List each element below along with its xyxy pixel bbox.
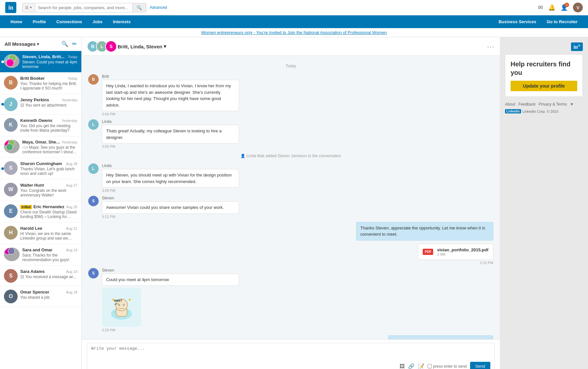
conv-avatar: O: [4, 290, 18, 303]
message-time: 3:12 PM: [102, 215, 493, 219]
nav-go-to-recruiter[interactable]: Go to Recruiter: [541, 15, 583, 28]
messages-container: Today B Britt Hey Linda, I wanted to int…: [82, 56, 500, 339]
list-item[interactable]: O Omar Spencer Aug 18 You shared a job: [0, 286, 81, 307]
top-bar-right: ✉ 🔔 👤 2 V: [538, 3, 583, 12]
chevron-down-icon: ▾: [164, 43, 166, 49]
send-button[interactable]: Send: [470, 362, 490, 369]
nav-connections[interactable]: Connections: [51, 15, 88, 28]
conv-avatar: J: [4, 97, 18, 111]
file-attachment: PDF vivian_portfolio_2015.pdf 2 MB: [418, 244, 493, 260]
list-item[interactable]: H Harold Lee Aug 21 Hi Vivian, we are in…: [0, 223, 81, 244]
conv-body: Sara Adams Aug 19 🖼 You received a messa…: [20, 269, 77, 279]
ad-title: Help recruiters find you: [511, 60, 577, 77]
image-attach-icon[interactable]: 🖼: [400, 363, 405, 369]
text-format-icon[interactable]: 📝: [418, 363, 424, 369]
file-size: 2 MB: [437, 252, 488, 256]
sender-avatar: S: [88, 268, 99, 278]
right-sidebar-logo: in®: [505, 42, 583, 51]
nav-home[interactable]: Home: [5, 15, 27, 28]
list-item[interactable]: Sara and Omar Aug 19 Sara: Thanks for th…: [0, 244, 81, 266]
advanced-link[interactable]: Advanced: [150, 5, 167, 10]
notification-badge: 2: [564, 3, 569, 7]
conv-preview: +14 Maya: See you guys at the conference…: [22, 145, 77, 154]
footer-feedback-link[interactable]: Feedback: [518, 102, 536, 107]
promo-link[interactable]: Women entrepreneurs only - You're Invite…: [201, 30, 387, 35]
message-time: 3:20 PM: [102, 328, 493, 332]
search-input[interactable]: [35, 3, 132, 12]
list-item[interactable]: E InMailEric Hernandez Aug 25 Check out …: [0, 201, 81, 223]
sidebar-title[interactable]: All Messages ▾: [5, 41, 39, 47]
update-profile-button[interactable]: Update your profile: [511, 81, 577, 91]
sender-avatar: S: [88, 196, 99, 206]
system-message: 👤 Linda Mak added Steven Jameson to the …: [88, 154, 493, 158]
conv-preview: Check out Stealth Startup (Seed funding …: [20, 210, 77, 219]
nav-profile[interactable]: Profile: [27, 15, 51, 28]
chat-header-avatars: B L S: [87, 41, 114, 52]
conv-name: Walter Hunt: [20, 183, 44, 188]
sidebar-header: All Messages ▾ 🔍 ✏: [0, 37, 81, 51]
conversation-list: Steven, Linda, Britt... Today Steven: Co…: [0, 51, 81, 369]
group-avatar: [4, 140, 20, 153]
conv-body: Omar Spencer Aug 18 You shared a job: [20, 290, 77, 300]
list-item[interactable]: S Sharon Cunningham Aug 28 Thanks Vivian…: [0, 158, 81, 179]
footer-privacy-link[interactable]: Privacy & Terms: [539, 102, 567, 107]
sender-avatar: L: [88, 163, 99, 174]
message-bubble: Could you meet at 4pm tomorrow: [102, 274, 239, 286]
conv-avatar: E: [4, 204, 18, 218]
footer-about-link[interactable]: About: [505, 102, 515, 107]
nav-interests[interactable]: Interests: [108, 15, 136, 28]
conv-name: Jenny Perkins: [20, 97, 49, 102]
nav-business-services[interactable]: Business Services: [493, 15, 541, 28]
list-item[interactable]: W Walter Hunt Aug 27 You: Congrats on th…: [0, 179, 81, 201]
inmail-badge: InMail: [20, 205, 32, 209]
own-message-file: PDF vivian_portfolio_2015.pdf 2 MB 3:15 …: [88, 244, 493, 265]
list-item[interactable]: S Sara Adams Aug 19 🖼 You received a mes…: [0, 266, 81, 286]
right-sidebar: in® Help recruiters find you Update your…: [500, 37, 588, 369]
press-enter-option: press enter to send: [428, 364, 467, 369]
conv-name: Steven, Linda, Britt...: [22, 54, 64, 59]
notifications-icon[interactable]: 🔔: [548, 4, 555, 11]
linkedin-ad-logo: in®: [571, 42, 583, 51]
conv-name: Sharon Cunningham: [20, 161, 62, 166]
conv-time: Aug 28: [66, 162, 77, 166]
svg-text:MEET: MEET: [114, 299, 122, 302]
footer-linkedin: Linkedin LinkedIn Corp. © 2015: [505, 109, 583, 113]
sticker-image: MEET UP?: [102, 288, 141, 327]
chat-avatar-3: S: [105, 41, 117, 52]
list-item[interactable]: J Jenny Perkins Yesterday 🖼 You sent an …: [0, 94, 81, 115]
sidebar: All Messages ▾ 🔍 ✏ Steven, Linda, Britt.…: [0, 37, 82, 369]
search-bar: ☰ ▼ 🔍: [22, 3, 146, 12]
link-icon[interactable]: 🔗: [408, 363, 415, 369]
group-avatar: [4, 247, 20, 261]
pdf-icon: PDF: [423, 249, 433, 255]
conv-time: Yesterday: [61, 119, 77, 123]
conv-avatar: H: [4, 226, 18, 240]
menu-button[interactable]: ☰ ▼: [23, 3, 35, 12]
list-item[interactable]: B Britt Booker Today You: Thanks for hel…: [0, 73, 81, 94]
search-submit-button[interactable]: 🔍: [132, 3, 146, 12]
network-icon[interactable]: 👤 2: [561, 4, 568, 11]
message-sender: Britt: [102, 74, 493, 79]
messages-icon[interactable]: ✉: [538, 4, 543, 11]
message-input-box: 🖼 🔗 📝 press enter to send Send: [87, 343, 495, 369]
conv-preview: 🖼 You received a message with an attachm…: [20, 275, 77, 279]
user-avatar[interactable]: V: [573, 3, 583, 12]
list-item[interactable]: Steven, Linda, Britt... Today Steven: Co…: [0, 51, 81, 73]
nav-jobs[interactable]: Jobs: [87, 15, 107, 28]
conv-avatar: S: [4, 269, 18, 283]
search-icon[interactable]: 🔍: [61, 41, 68, 47]
more-options-button[interactable]: ···: [487, 43, 495, 50]
own-message: Thanks Steven, appreciate the opportunit…: [88, 222, 493, 241]
press-enter-checkbox[interactable]: [428, 364, 432, 368]
compose-icon[interactable]: ✏: [72, 41, 77, 47]
list-item[interactable]: Maya, Omar, Shengxhe... Yesterday +14 Ma…: [0, 136, 81, 158]
promo-banner: Women entrepreneurs only - You're Invite…: [0, 28, 588, 37]
conv-name: Omar Spencer: [20, 290, 49, 294]
conv-name: Sara Adams: [20, 269, 45, 274]
list-item[interactable]: K Kenneth Owens Yesterday You: Did you g…: [0, 115, 81, 136]
footer-corp-text: LinkedIn Corp. © 2015: [522, 109, 558, 113]
message-bubble: Hey Linda, I wanted to introduce you to …: [102, 80, 239, 111]
conv-body: Sharon Cunningham Aug 28 Thanks Vivian. …: [20, 161, 77, 176]
chat-title[interactable]: Britt, Linda, Steven ▾: [118, 43, 166, 49]
message-input[interactable]: [91, 346, 490, 359]
